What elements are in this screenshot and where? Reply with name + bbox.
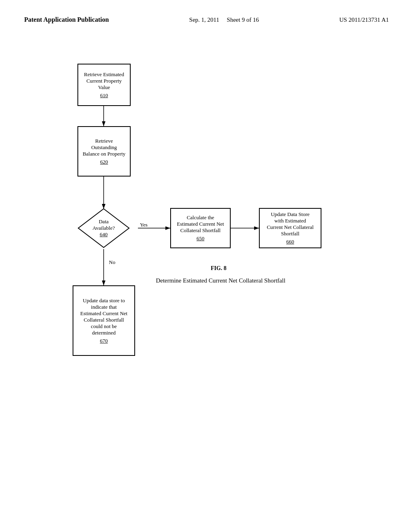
- no-label: No: [109, 259, 115, 266]
- yes-label: Yes: [140, 222, 148, 228]
- box-660: Update Data Store with Estimated Current…: [259, 208, 321, 248]
- diamond-640: Data Available? 640: [77, 208, 130, 248]
- diagram-area: Retrieve Estimated Current Property Valu…: [25, 39, 388, 443]
- box-610: Retrieve Estimated Current Property Valu…: [77, 64, 131, 106]
- fig-subtitle: Determine Estimated Current Net Collater…: [150, 277, 291, 284]
- box-650: Calculate the Estimated Current Net Coll…: [170, 208, 231, 248]
- fig-caption: FIG. 8: [178, 265, 259, 272]
- box-670: Update data store to indicate that Estim…: [73, 285, 135, 356]
- box-620: Retrieve Outstanding Balance on Property…: [77, 126, 131, 177]
- header-right: US 2011/213731 A1: [339, 17, 389, 23]
- header-left: Patent Application Publication: [24, 16, 109, 23]
- header-center: Sep. 1, 2011 Sheet 9 of 16: [189, 17, 259, 23]
- page-header: Patent Application Publication Sep. 1, 2…: [0, 0, 413, 31]
